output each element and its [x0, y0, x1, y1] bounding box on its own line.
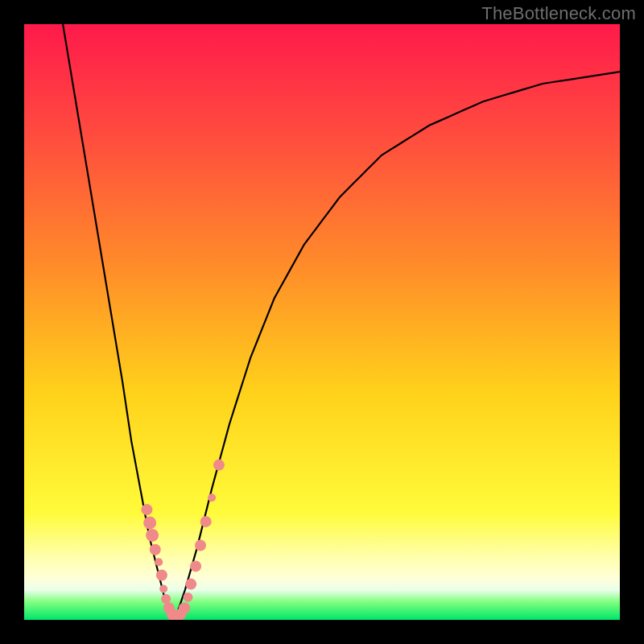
chart-frame: TheBottleneck.com — [0, 0, 644, 644]
plot-gradient-background — [24, 24, 620, 620]
watermark-text: TheBottleneck.com — [481, 3, 636, 24]
